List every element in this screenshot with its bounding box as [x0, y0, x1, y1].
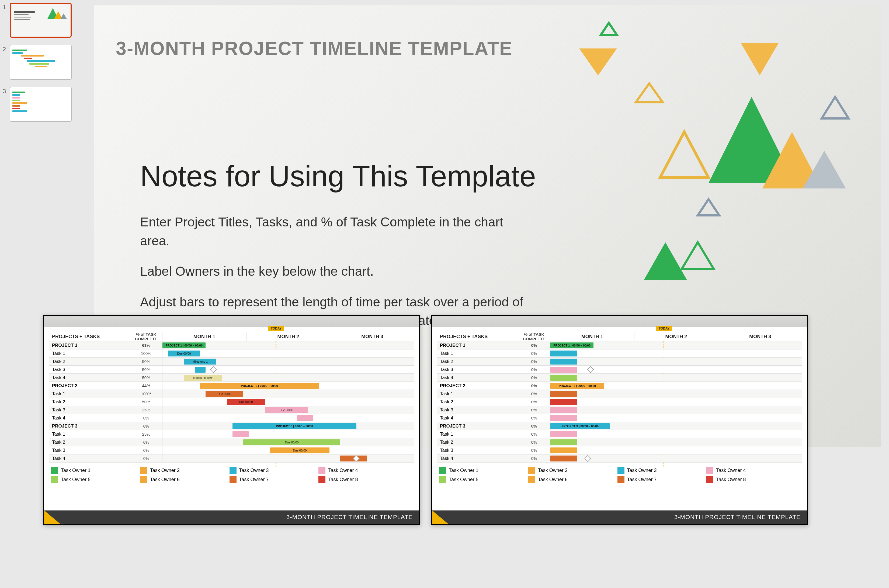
svg-marker-8 [636, 84, 663, 102]
table-row: PROJECT 244%PROJECT 2 | 00/00 – 00/00 [49, 382, 414, 390]
gantt-bar[interactable] [551, 440, 577, 445]
card-header [44, 316, 419, 327]
gantt-preview-left[interactable]: TODAY PROJECTS + TASKS % of TASK COMPLET… [43, 315, 420, 525]
svg-marker-12 [681, 242, 714, 269]
gantt-bar[interactable] [551, 456, 577, 462]
gantt-bar[interactable]: Due 00/00 [206, 391, 243, 397]
legend-swatch-icon [706, 467, 713, 474]
gantt-bar[interactable] [233, 431, 249, 437]
gantt-preview-right[interactable]: TODAY PROJECTS + TASKS % of TASK COMPLET… [431, 315, 808, 525]
legend-label: Task Owner 8 [328, 477, 358, 483]
gantt-bar[interactable] [551, 391, 577, 397]
legend: Task Owner 1Task Owner 2Task Owner 3Task… [49, 462, 414, 485]
table-row: Task 30% [437, 406, 802, 414]
th-month3: MONTH 3 [330, 332, 414, 341]
legend-item: Task Owner 4 [706, 467, 786, 474]
legend-swatch-icon [617, 467, 624, 474]
gantt-bar[interactable]: PROJECT 1 | 00/00 – 00/00 [162, 342, 206, 348]
footer-accent-icon [432, 510, 448, 524]
legend-item: Task Owner 2 [528, 467, 608, 474]
gantt-bar[interactable]: Due 00/00 [227, 399, 265, 405]
table-row: Task 20% [437, 398, 802, 406]
svg-marker-7 [822, 97, 848, 118]
legend-label: Task Owner 5 [61, 477, 90, 483]
legend-item: Task Owner 4 [319, 467, 398, 474]
legend-item: Task Owner 5 [439, 476, 519, 483]
gantt-bar[interactable] [551, 367, 577, 373]
slide-thumbnails: 1 2 3 [3, 3, 78, 129]
milestone-diamond-icon [584, 455, 591, 462]
gantt-bar[interactable]: Due 00/00 [243, 440, 340, 445]
svg-marker-2 [60, 14, 67, 19]
table-row: Task 1100%Due 00/00 [49, 390, 414, 398]
table-row: Task 40% [437, 374, 802, 382]
gantt-bar[interactable]: Due 00/00 [168, 351, 200, 357]
legend: Task Owner 1Task Owner 2Task Owner 3Task… [437, 462, 802, 485]
svg-marker-10 [698, 199, 719, 215]
legend-swatch-icon [51, 467, 58, 474]
gantt-bar[interactable]: Due 00/00 [270, 447, 329, 453]
legend-item: Task Owner 1 [51, 467, 131, 474]
legend-label: Task Owner 2 [538, 468, 568, 473]
notes-heading: Notes for Using This Template [140, 159, 536, 193]
legend-item: Task Owner 5 [51, 476, 131, 483]
gantt-bar[interactable] [551, 415, 577, 421]
legend-label: Task Owner 4 [328, 468, 358, 473]
gantt-bar[interactable] [551, 399, 577, 405]
gantt-bar[interactable] [551, 358, 577, 364]
gantt-bar[interactable]: PROJECT 2 | 00/00 – 00/00 [551, 383, 604, 389]
today-flag: TODAY [656, 326, 672, 331]
gantt-bar[interactable]: PROJECT 2 | 00/00 – 00/00 [200, 383, 319, 389]
legend-swatch-icon [230, 476, 236, 483]
legend-label: Task Owner 6 [150, 477, 180, 483]
table-row: Task 350% [49, 366, 414, 374]
gantt-bar[interactable]: PROJECT 1 | 00/00 – 00/00 [551, 342, 593, 348]
gantt-bar[interactable] [551, 351, 577, 357]
gantt-bar[interactable]: Due 00/00 [265, 407, 308, 413]
legend-label: Task Owner 5 [449, 477, 478, 483]
table-row: Task 40% [437, 454, 802, 462]
legend-swatch-icon [706, 476, 713, 483]
svg-marker-14 [741, 43, 779, 75]
gantt-bar[interactable] [297, 415, 313, 421]
table-row: Task 30% [437, 446, 802, 454]
legend-swatch-icon [140, 467, 147, 474]
legend-swatch-icon [617, 476, 624, 483]
table-row: Task 40% [49, 414, 414, 422]
legend-swatch-icon [439, 467, 446, 474]
gantt-bar[interactable] [195, 367, 206, 373]
gantt-bar[interactable]: Needs Review [184, 375, 222, 381]
gantt-bar[interactable] [551, 431, 577, 437]
legend-swatch-icon [51, 476, 58, 483]
legend-item: Task Owner 2 [140, 467, 220, 474]
gantt-bar[interactable]: Milestone 1 [184, 358, 216, 364]
legend-swatch-icon [140, 476, 147, 483]
legend-label: Task Owner 4 [716, 468, 746, 473]
table-row: Task 1100%Due 00/00 [49, 350, 414, 357]
slide-thumbnail-2[interactable] [10, 45, 72, 80]
milestone-diamond-icon [210, 366, 217, 373]
legend-swatch-icon [319, 476, 325, 483]
gantt-table-left: PROJECTS + TASKS % of TASK COMPLETE MONT… [49, 332, 414, 462]
notes-p2: Label Owners in the key below the chart. [140, 262, 533, 281]
table-row: PROJECT 20%PROJECT 2 | 00/00 – 00/00 [437, 382, 802, 390]
legend-item: Task Owner 8 [319, 476, 398, 483]
gantt-bar[interactable]: PROJECT 3 | 00/00 – 00/00 [233, 423, 357, 429]
legend-item: Task Owner 7 [617, 476, 697, 483]
legend-item: Task Owner 3 [230, 467, 309, 474]
gantt-bar[interactable]: PROJECT 3 | 00/00 – 00/00 [551, 423, 610, 429]
slide-thumbnail-1[interactable] [10, 3, 72, 38]
legend-label: Task Owner 1 [61, 468, 90, 473]
table-row: Task 20%Due 00/00 [49, 438, 414, 446]
table-row: PROJECT 30%PROJECT 3 | 00/00 – 00/00 [437, 422, 802, 430]
gantt-bar[interactable] [551, 447, 577, 453]
slide-thumbnail-3[interactable] [10, 87, 72, 122]
table-row: Task 20% [437, 438, 802, 446]
gantt-bar[interactable] [551, 407, 577, 413]
gantt-bar[interactable] [551, 375, 577, 381]
footer-text: 3-MONTH PROJECT TIMELINE TEMPLATE [286, 514, 413, 521]
notes-p1: Enter Project Titles, Tasks, and % of Ta… [140, 213, 533, 250]
table-row: Task 250%Milestone 1 [49, 357, 414, 366]
legend-item: Task Owner 6 [528, 476, 608, 483]
footer-text: 3-MONTH PROJECT TIMELINE TEMPLATE [674, 514, 801, 521]
